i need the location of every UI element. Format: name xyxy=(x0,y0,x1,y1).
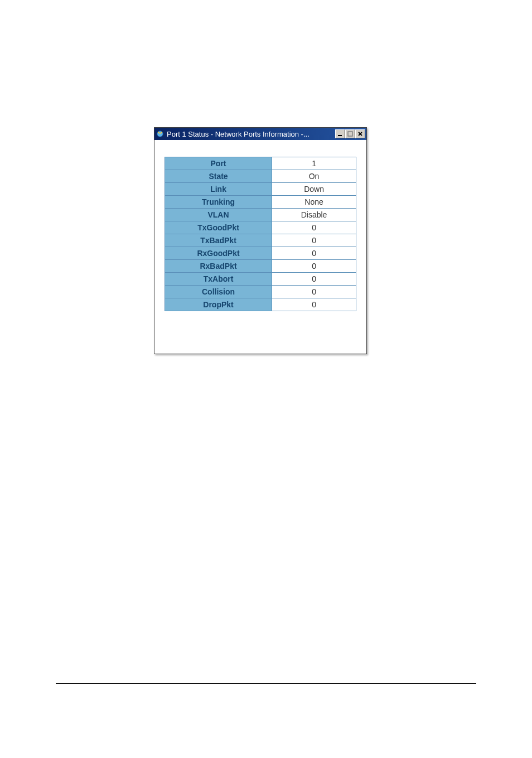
row-value: 0 xyxy=(272,286,356,298)
row-label: Trunking xyxy=(165,196,272,209)
table-row: RxBadPkt 0 xyxy=(165,260,356,273)
port-status-table: Port 1 State On Link Down Trunking None … xyxy=(165,157,356,311)
row-label: Collision xyxy=(165,286,272,298)
row-value: Down xyxy=(272,183,356,196)
window-body: Port 1 State On Link Down Trunking None … xyxy=(154,140,366,317)
window-title: Port 1 Status - Network Ports Informatio… xyxy=(167,130,335,138)
row-value: Disable xyxy=(272,209,356,221)
page-footer-rule xyxy=(56,683,476,684)
table-row: VLAN Disable xyxy=(165,209,356,221)
table-row: RxGoodPkt 0 xyxy=(165,247,356,260)
row-label: TxAbort xyxy=(165,273,272,286)
table-row: Collision 0 xyxy=(165,286,356,298)
table-row: Link Down xyxy=(165,183,356,196)
window-controls xyxy=(335,129,365,138)
window-titlebar[interactable]: Port 1 Status - Network Ports Informatio… xyxy=(154,128,366,140)
table-row: Trunking None xyxy=(165,196,356,209)
table-row: TxGoodPkt 0 xyxy=(165,221,356,234)
row-label: State xyxy=(165,170,272,183)
table-row: State On xyxy=(165,170,356,183)
row-label: VLAN xyxy=(165,209,272,221)
row-value: 0 xyxy=(272,234,356,247)
row-label: TxBadPkt xyxy=(165,234,272,247)
row-value: 0 xyxy=(272,247,356,260)
table-row: Port 1 xyxy=(165,157,356,170)
row-value: On xyxy=(272,170,356,183)
close-button[interactable] xyxy=(355,129,365,138)
row-value: 0 xyxy=(272,273,356,286)
row-value: 1 xyxy=(272,157,356,170)
svg-rect-1 xyxy=(348,132,352,136)
minimize-button[interactable] xyxy=(335,129,345,138)
row-value: None xyxy=(272,196,356,209)
row-value: 0 xyxy=(272,298,356,311)
row-label: TxGoodPkt xyxy=(165,221,272,234)
row-value: 0 xyxy=(272,221,356,234)
row-label: RxGoodPkt xyxy=(165,247,272,260)
row-label: Link xyxy=(165,183,272,196)
row-label: Port xyxy=(165,157,272,170)
table-row: TxBadPkt 0 xyxy=(165,234,356,247)
row-label: RxBadPkt xyxy=(165,260,272,273)
table-row: TxAbort 0 xyxy=(165,273,356,286)
svg-rect-0 xyxy=(338,135,342,136)
row-label: DropPkt xyxy=(165,298,272,311)
ie-icon xyxy=(156,129,165,138)
table-row: DropPkt 0 xyxy=(165,298,356,311)
row-value: 0 xyxy=(272,260,356,273)
port-status-window: Port 1 Status - Network Ports Informatio… xyxy=(154,127,367,354)
maximize-button[interactable] xyxy=(345,129,355,138)
